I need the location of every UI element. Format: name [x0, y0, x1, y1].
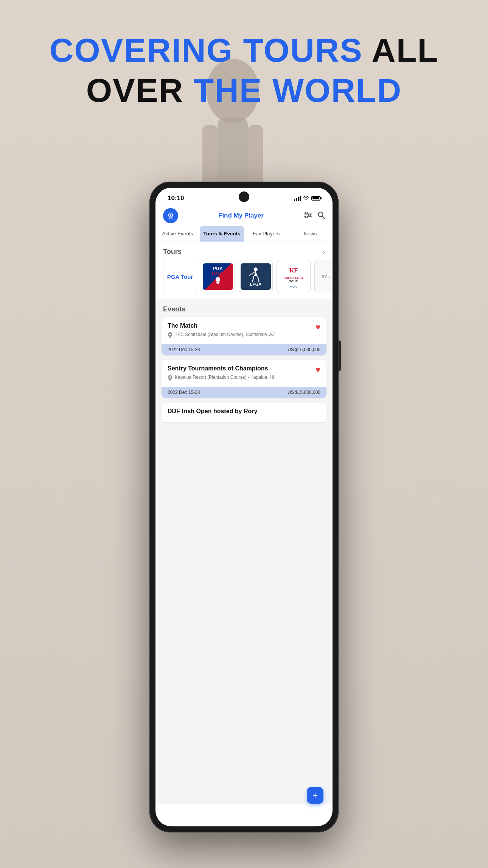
- fab-button[interactable]: +: [307, 787, 323, 804]
- event-card-the-match: The Match TPC Scottsdale (Stadium Cours: [162, 317, 326, 355]
- tour-card-partial[interactable]: SY...: [314, 260, 333, 293]
- headline: COVERING TOURS ALL OVER THE WORLD: [0, 30, 488, 110]
- headline-blue-2: THE WORLD: [194, 72, 402, 109]
- events-section-title: Events: [155, 299, 333, 317]
- app-header: Find My Player: [155, 205, 333, 226]
- tab-tours-events[interactable]: Tours & Events: [200, 226, 244, 241]
- svg-point-18: [216, 277, 220, 282]
- headline-black-2: OVER: [86, 72, 194, 109]
- location-icon-2: [168, 375, 173, 382]
- tours-section: Tours › PGA Tour PGA TOUR: [155, 241, 333, 299]
- event-footer-1: 2022 Dec 15-23 US $15,000,000: [162, 344, 326, 355]
- event-name-1: The Match: [168, 322, 312, 329]
- svg-line-17: [322, 216, 325, 218]
- events-section: Events The Match: [155, 299, 333, 422]
- wifi-icon: [303, 195, 309, 201]
- svg-point-15: [305, 216, 307, 218]
- tours-more-arrow[interactable]: ›: [322, 247, 325, 256]
- svg-point-25: [169, 334, 171, 335]
- headline-black-1: ALL: [363, 31, 438, 69]
- filter-icon[interactable]: [304, 212, 312, 220]
- event-date-2: 2022 Dec 15-23: [168, 390, 200, 395]
- camera-notch: [239, 191, 249, 202]
- event-location-row-1: TPC Scottsdale (Stadium Course), Scottsd…: [168, 331, 312, 339]
- tours-section-title: Tours: [163, 248, 182, 256]
- event-info-1: The Match TPC Scottsdale (Stadium Cours: [168, 322, 312, 339]
- lpga-logo-image: LPGA: [241, 263, 271, 290]
- event-card-ddf-partial: DDF Irish Open hosted by Rory: [162, 403, 326, 422]
- svg-point-14: [308, 214, 310, 216]
- signal-icon: [294, 196, 301, 201]
- status-icons: [294, 195, 320, 201]
- svg-point-26: [169, 376, 171, 378]
- event-footer-2: 2022 Dec 15-23 US $15,000,000: [162, 387, 326, 398]
- tour-card-pga-logo[interactable]: PGA TOUR: [201, 260, 235, 293]
- svg-text:KF: KF: [289, 267, 298, 274]
- search-icon[interactable]: [317, 211, 325, 221]
- event-card-body-1: The Match TPC Scottsdale (Stadium Cours: [162, 317, 326, 344]
- svg-text:PGA: PGA: [291, 285, 297, 288]
- scroll-spacer: [155, 422, 333, 453]
- svg-text:LPGA: LPGA: [250, 282, 261, 286]
- tours-section-header: Tours ›: [155, 241, 333, 260]
- tab-active-events[interactable]: Active Events: [155, 226, 200, 241]
- pga-logo-image: PGA TOUR: [203, 263, 233, 290]
- event-location-row-2: Kapalua Resort (Plantation Course) - Kap…: [168, 374, 312, 382]
- pga-text-label: PGA Tour: [167, 274, 193, 280]
- tours-row: PGA Tour PGA TOUR: [155, 260, 333, 299]
- event-card-body-2: Sentry Tournaments of Champions Kapalua: [162, 360, 326, 387]
- phone-frame: 10:10: [149, 182, 339, 832]
- svg-point-13: [305, 212, 307, 214]
- event-name-3: DDF Irish Open hosted by Rory: [168, 408, 320, 415]
- svg-point-9: [170, 214, 171, 216]
- phone-screen: 10:10: [155, 188, 333, 826]
- status-time: 10:10: [168, 194, 184, 202]
- location-icon-1: [168, 332, 173, 339]
- event-card-sentry: Sentry Tournaments of Champions Kapalua: [162, 360, 326, 398]
- tab-fav-players[interactable]: Fav Players: [244, 226, 288, 241]
- event-location-2: Kapalua Resort (Plantation Course) - Kap…: [175, 374, 274, 381]
- header-actions: [304, 211, 325, 221]
- event-location-1: TPC Scottsdale (Stadium Course), Scottsd…: [175, 331, 275, 338]
- event-info-2: Sentry Tournaments of Champions Kapalua: [168, 365, 312, 382]
- headline-blue-1: COVERING TOURS: [50, 31, 363, 69]
- battery-icon: [311, 196, 320, 201]
- tour-card-lpga[interactable]: LPGA: [239, 260, 273, 293]
- favorite-button-2[interactable]: ♥: [315, 365, 320, 375]
- svg-point-7: [306, 199, 307, 200]
- scroll-content: Tours › PGA Tour PGA TOUR: [155, 241, 333, 804]
- event-prize-1: US $15,000,000: [288, 347, 320, 352]
- event-name-2: Sentry Tournaments of Champions: [168, 365, 312, 372]
- tour-card-pga-text[interactable]: PGA Tour: [163, 260, 197, 293]
- app-title: Find My Player: [218, 212, 264, 219]
- event-date-1: 2022 Dec 15-23: [168, 347, 200, 352]
- phone-mockup: 10:10: [149, 182, 339, 832]
- svg-point-20: [254, 268, 258, 271]
- tour-card-korn-ferry[interactable]: KF KORN FERRY TOUR PGA: [277, 260, 311, 293]
- app-logo: [163, 208, 178, 223]
- tab-bar: Active Events Tours & Events Fav Players…: [155, 226, 333, 241]
- event-prize-2: US $15,000,000: [288, 390, 320, 395]
- tab-news[interactable]: News: [288, 226, 333, 241]
- favorite-button-1[interactable]: ♥: [315, 322, 320, 332]
